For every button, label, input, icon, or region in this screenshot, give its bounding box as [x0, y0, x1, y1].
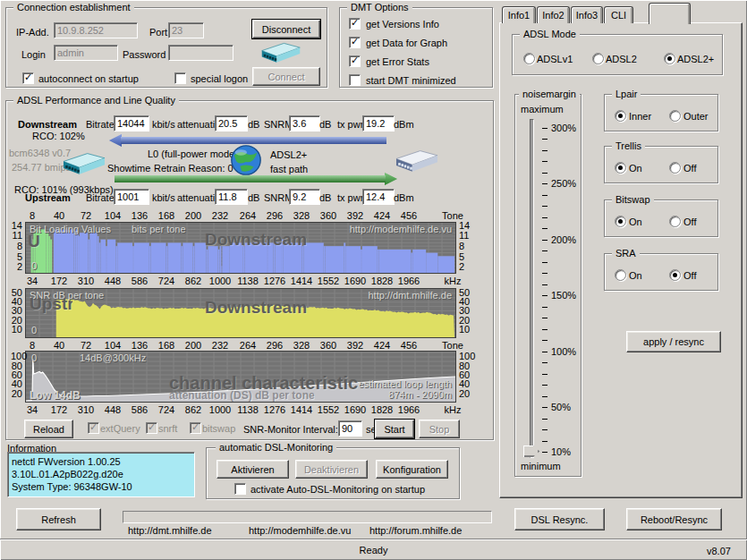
monitor-checkbox-bitswap[interactable] [190, 422, 201, 434]
special-logon-label: special logon [191, 73, 248, 84]
y-tick-left: 80 [11, 361, 22, 371]
trellis-radio-off[interactable] [669, 162, 681, 174]
bitrate-unit: kbit/s [152, 119, 175, 130]
sra-radio-on[interactable] [615, 269, 626, 281]
tone-axis-tick: 232 [212, 210, 228, 221]
toggle-option-label: Off [683, 163, 696, 174]
snr-interval-label: SNR-Monitor Interval: [243, 424, 338, 435]
adsl-mode-radio-adslv1[interactable] [523, 53, 535, 64]
tab-info3[interactable]: Info3 [571, 6, 603, 23]
lpair-radio-outer[interactable] [669, 110, 681, 122]
rco-downstream: RCO: 102% [32, 131, 85, 141]
dmt-tool-window: Connection establishment IP-Add. Port Di… [0, 0, 747, 560]
arrow-head [385, 173, 397, 185]
activate-button[interactable]: Aktivieren [216, 460, 289, 479]
khz-axis-unit: kHz [445, 404, 462, 415]
noisemargin-max-label: maximum [521, 104, 564, 115]
toggle-title-lpair: Lpair [612, 89, 641, 100]
reboot-resync-button[interactable]: Reboot/Resync [626, 508, 722, 530]
lpair-radio-inner[interactable] [615, 110, 626, 122]
noisemargin-tick [542, 139, 548, 140]
trellis-radio-on[interactable] [615, 162, 626, 174]
y-tick-left: 50 [11, 287, 22, 298]
tab-info2[interactable]: Info2 [537, 6, 570, 23]
login-input[interactable] [54, 45, 118, 61]
y-tick-left: 100 [11, 351, 22, 361]
port-input[interactable] [168, 22, 204, 38]
noisemargin-tick [542, 352, 548, 352]
footer-link[interactable]: http://modemhilfe.de.vu [249, 525, 351, 536]
information-box: netctl FWversion 1.00.253.10L.01.A2pB022… [7, 452, 195, 497]
monitor-checkbox-extquery[interactable] [88, 422, 99, 434]
tab-info1[interactable]: Info1 [502, 6, 536, 23]
dmt-option-checkbox-get-versions-info[interactable] [349, 18, 361, 30]
khz-axis-tick: 1966 [398, 276, 420, 286]
bitrate-value: 14044 [114, 115, 149, 132]
disconnect-button[interactable]: Disconnect [252, 20, 320, 38]
y-tick-right: 50 [459, 287, 470, 298]
login-label: Login [21, 49, 46, 60]
refresh-button[interactable]: Refresh [16, 508, 101, 530]
upstream-watermark: Upstream [28, 232, 39, 251]
monitor-checkbox-snrft[interactable] [146, 422, 157, 434]
snr-interval-input[interactable] [338, 420, 362, 437]
special-logon-checkbox[interactable] [174, 72, 186, 84]
dmt-option-checkbox-get-error-stats[interactable] [349, 55, 361, 67]
noisemargin-tick [542, 150, 548, 151]
start-button[interactable]: Start [375, 420, 414, 438]
tone-axis-tick: 40 [54, 210, 64, 221]
noisemargin-tick [542, 206, 548, 207]
dsl-resync-button[interactable]: DSL Resync. [514, 508, 605, 530]
sra-radio-off[interactable] [669, 269, 681, 281]
dmt-option-label: get Versions Info [366, 19, 439, 30]
noisemargin-tick [542, 195, 548, 196]
monitor-checkbox-label: extQuery [100, 423, 140, 434]
auto-monitoring-startup-checkbox[interactable] [234, 483, 246, 495]
ip-input[interactable] [54, 22, 138, 38]
noisemargin-tick-label: 150% [551, 290, 576, 301]
y-tick-right: 100 [459, 351, 475, 361]
tone-axis-tick: 136 [132, 210, 148, 221]
khz-axis-tick: 1828 [371, 404, 393, 415]
tx-pwr-label: tx pwr [337, 192, 363, 203]
y-tick-left: 8 [11, 241, 22, 251]
bitswap-radio-on[interactable] [615, 216, 626, 227]
toggle-title-bitswap: Bitswap [612, 194, 654, 206]
connect-button[interactable]: Connect [252, 67, 320, 86]
modem-icon [259, 39, 302, 64]
information-line: netctl FWversion 1.00.25 [12, 455, 191, 468]
dmt-option-checkbox-get-data-for-graph[interactable] [349, 37, 361, 48]
khz-axis-tick: 586 [132, 276, 148, 286]
toggle-option-label: On [629, 163, 642, 174]
adsl-mode-label: ADSL2 [606, 54, 637, 64]
autoconnect-label: autoconnect on startup [38, 73, 139, 84]
reload-button[interactable]: Reload [24, 420, 73, 438]
noisemargin-tick [542, 295, 548, 296]
stop-button[interactable]: Stop [419, 420, 460, 438]
tone-axis-tick: 424 [374, 210, 390, 221]
password-input[interactable] [168, 45, 233, 61]
khz-axis-unit: kHz [445, 276, 462, 286]
dmt-option-checkbox-start-dmt-minimized[interactable] [349, 74, 361, 86]
noisemargin-tick-label: 10% [551, 446, 571, 457]
footer-link[interactable]: http://forum.mhilfe.de [369, 525, 462, 536]
khz-axis-tick: 1828 [371, 276, 393, 286]
noisemargin-tick [542, 128, 548, 129]
loop-length-value: 874m - 2090m [388, 389, 452, 400]
autoconnect-checkbox[interactable] [22, 72, 34, 84]
configuration-button[interactable]: Konfiguration [376, 460, 448, 479]
apply-resync-button[interactable]: apply / resync [626, 331, 721, 352]
bitswap-radio-off[interactable] [669, 216, 681, 227]
tab-cli[interactable]: CLI [604, 6, 633, 23]
adsl-mode-radio-adsl2[interactable] [592, 53, 604, 64]
attenuation-value: 11.8 [215, 189, 248, 205]
plot-area: 014dB@300kHzchannel characteristicattenu… [25, 351, 456, 403]
deactivate-button[interactable]: Deaktivieren [295, 460, 368, 479]
adsl-mode-radio-adsl2[interactable] [664, 53, 675, 64]
modem-icon [61, 148, 107, 177]
khz-axis-tick: 34 [27, 404, 38, 415]
tab-blank[interactable] [649, 3, 691, 24]
noisemargin-slider-track[interactable] [530, 119, 534, 458]
arrow-bar [115, 175, 386, 182]
footer-link[interactable]: http://dmt.mhilfe.de [128, 525, 212, 536]
